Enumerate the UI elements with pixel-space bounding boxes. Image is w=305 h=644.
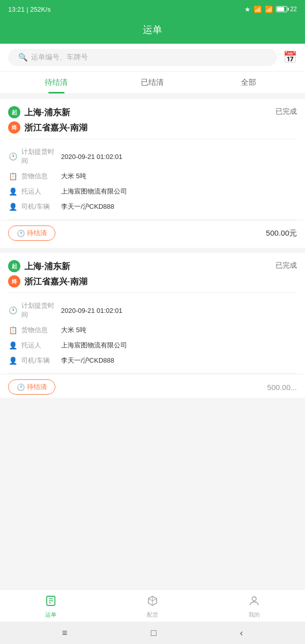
goods-icon-1: 📋	[8, 172, 17, 180]
info-row-time-2: 🕐 计划提货时间 2020-09-21 01:02:01	[8, 298, 297, 323]
dispatch-nav-icon	[146, 595, 159, 610]
route-section-1: 起 上海·浦东新 终 浙江省嘉兴·南湖 已完成	[0, 99, 305, 139]
waybill-card-2: 起 上海·浦东新 终 浙江省嘉兴·南湖 已完成 🕐 计划提货时间 2020-09…	[0, 253, 305, 398]
info-row-goods-2: 📋 货物信息 大米 5吨	[8, 323, 297, 338]
page-header: 运单	[0, 18, 305, 44]
status-time-network: 13:21 | 252K/s	[8, 6, 51, 13]
bottom-nav: 运单 配货 我的 ≡ □ ‹	[0, 589, 305, 644]
status-bar: 13:21 | 252K/s ★ 📶 📶 22	[0, 0, 305, 18]
clock-icon-1: 🕐	[8, 152, 17, 160]
start-badge-2: 起	[8, 260, 20, 272]
end-badge-1: 终	[8, 121, 20, 134]
status-right: ★ 📶 📶 22	[245, 6, 297, 13]
search-placeholder: 运单编号、车牌号	[31, 53, 88, 62]
end-city-2: 浙江省嘉兴·南湖	[24, 276, 87, 287]
end-badge-2: 终	[8, 275, 20, 287]
info-section-1: 🕐 计划提货时间 2020-09-21 01:02:01 📋 货物信息 大米 5…	[0, 139, 305, 219]
pending-label-2: 待结清	[27, 382, 47, 392]
shipper-icon-1: 👤	[8, 187, 17, 196]
page-title: 运单	[143, 24, 162, 35]
nav-label-profile: 我的	[249, 611, 260, 619]
profile-nav-icon	[248, 595, 260, 610]
nav-item-dispatch[interactable]: 配货	[102, 593, 203, 621]
tabs-container: 待结清 已结清 全部	[0, 72, 305, 94]
label-goods-1: 货物信息	[21, 172, 57, 181]
driver-icon-2: 👤	[8, 357, 17, 365]
label-goods-2: 货物信息	[21, 326, 57, 335]
waybill-card-1: 起 上海·浦东新 终 浙江省嘉兴·南湖 已完成 🕐 计划提货时间 2020-09…	[0, 99, 305, 248]
tab-pending[interactable]: 待结清	[8, 72, 104, 93]
search-icon: 🔍	[18, 53, 28, 62]
nav-item-waybill[interactable]: 运单	[0, 593, 102, 621]
info-row-shipper-1: 👤 托运人 上海宸图物流有限公司	[8, 184, 297, 199]
tab-settled[interactable]: 已结清	[104, 72, 200, 93]
start-city-1: 上海·浦东新	[24, 107, 70, 118]
route-left-1: 起 上海·浦东新 终 浙江省嘉兴·南湖	[8, 106, 87, 134]
pending-button-2[interactable]: 🕐 待结清	[8, 379, 55, 395]
value-goods-1: 大米 5吨	[61, 172, 86, 181]
info-row-driver-2: 👤 司机/车辆 李天一/沪CKD888	[8, 353, 297, 368]
nav-label-dispatch: 配货	[147, 611, 158, 619]
status-label-1: 已完成	[276, 107, 297, 116]
amount-1: 500.00元	[266, 229, 297, 238]
label-shipper-2: 托运人	[21, 341, 57, 350]
start-city-2: 上海·浦东新	[24, 261, 70, 272]
battery-level: 22	[290, 6, 297, 13]
amount-2: 500.00...	[267, 383, 297, 392]
label-time-2: 计划提货时间	[21, 301, 57, 319]
signal-icon: 📶	[254, 6, 262, 13]
value-driver-1: 李天一/沪CKD888	[61, 202, 114, 211]
search-bar: 🔍 运单编号、车牌号 📅	[0, 44, 305, 72]
sys-nav-bar: ≡ □ ‹	[0, 622, 305, 644]
label-driver-2: 司机/车辆	[21, 356, 57, 365]
tab-all[interactable]: 全部	[201, 72, 297, 93]
info-row-time-1: 🕐 计划提货时间 2020-09-21 01:02:01	[8, 144, 297, 169]
info-row-shipper-2: 👤 托运人 上海宸图物流有限公司	[8, 338, 297, 353]
card-footer-1: 🕐 待结清 500.00元	[0, 220, 305, 248]
battery-icon	[276, 6, 287, 12]
end-row-2: 终 浙江省嘉兴·南湖	[8, 275, 87, 287]
info-section-2: 🕐 计划提货时间 2020-09-21 01:02:01 📋 货物信息 大米 5…	[0, 293, 305, 373]
value-shipper-1: 上海宸图物流有限公司	[61, 187, 127, 196]
waybill-nav-icon	[45, 595, 57, 610]
card-footer-2: 🕐 待结清 500.00...	[0, 374, 305, 398]
menu-button[interactable]: ≡	[62, 628, 68, 638]
label-driver-1: 司机/车辆	[21, 202, 57, 211]
calendar-icon[interactable]: 📅	[283, 51, 297, 64]
clock-icon-2: 🕐	[8, 306, 17, 314]
pending-button-1[interactable]: 🕐 待结清	[8, 226, 55, 241]
start-row-2: 起 上海·浦东新	[8, 260, 87, 272]
value-driver-2: 李天一/沪CKD888	[61, 356, 114, 365]
nav-label-waybill: 运单	[45, 611, 56, 619]
goods-icon-2: 📋	[8, 326, 17, 334]
value-time-1: 2020-09-21 01:02:01	[61, 153, 123, 160]
search-input-area[interactable]: 🔍 运单编号、车牌号	[8, 49, 277, 66]
route-left-2: 起 上海·浦东新 终 浙江省嘉兴·南湖	[8, 260, 87, 287]
nav-items: 运单 配货 我的	[0, 590, 305, 622]
value-shipper-2: 上海宸图物流有限公司	[61, 341, 127, 350]
label-shipper-1: 托运人	[21, 187, 57, 196]
back-button[interactable]: ‹	[240, 628, 243, 638]
value-goods-2: 大米 5吨	[61, 326, 86, 335]
content-area: 起 上海·浦东新 终 浙江省嘉兴·南湖 已完成 🕐 计划提货时间 2020-09…	[0, 99, 305, 454]
value-time-2: 2020-09-21 01:02:01	[61, 307, 123, 314]
info-row-goods-1: 📋 货物信息 大米 5吨	[8, 169, 297, 184]
end-city-1: 浙江省嘉兴·南湖	[24, 122, 87, 134]
shipper-icon-2: 👤	[8, 341, 17, 349]
info-row-driver-1: 👤 司机/车辆 李天一/沪CKD888	[8, 199, 297, 214]
wifi-icon: 📶	[265, 6, 273, 13]
label-time-1: 计划提货时间	[21, 147, 57, 166]
pending-label-1: 待结清	[27, 229, 47, 238]
pending-clock-icon-1: 🕐	[17, 230, 25, 237]
svg-point-4	[252, 597, 256, 601]
driver-icon-1: 👤	[8, 203, 17, 211]
status-label-2: 已完成	[276, 261, 297, 270]
pending-clock-icon-2: 🕐	[17, 383, 25, 391]
route-section-2: 起 上海·浦东新 终 浙江省嘉兴·南湖 已完成	[0, 253, 305, 293]
start-badge-1: 起	[8, 106, 20, 118]
home-button[interactable]: □	[151, 628, 157, 638]
nav-item-profile[interactable]: 我的	[203, 593, 305, 621]
bluetooth-icon: ★	[245, 6, 251, 13]
end-row-1: 终 浙江省嘉兴·南湖	[8, 121, 87, 134]
start-row-1: 起 上海·浦东新	[8, 106, 87, 118]
